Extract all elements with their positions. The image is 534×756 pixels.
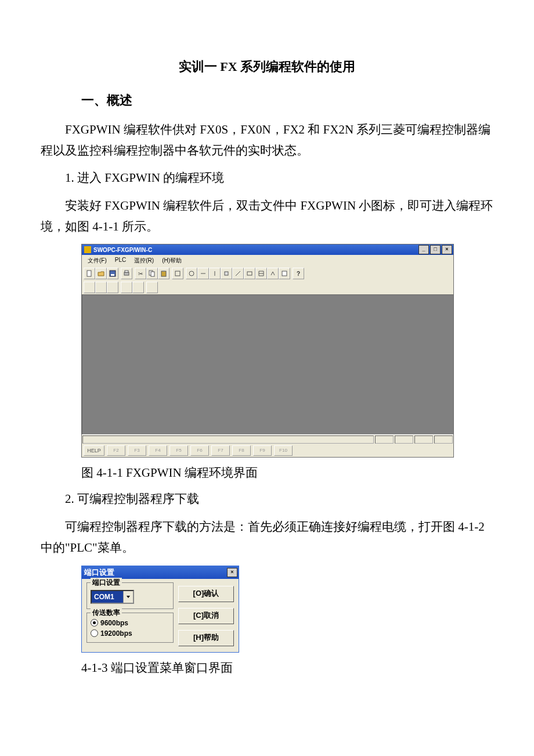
- baud-19200-row[interactable]: 19200bps: [91, 629, 169, 638]
- dialog-close-button[interactable]: ×: [227, 568, 237, 577]
- figure-4-1-3-caption: 4-1-3 端口设置菜单窗口界面: [81, 660, 493, 676]
- tool-h-icon[interactable]: [255, 268, 267, 279]
- figure-4-1-3-port-dialog: 端口设置 × 端口设置 COM1 传送数率: [81, 566, 239, 653]
- status-bar: [82, 434, 453, 444]
- svg-rect-3: [124, 272, 129, 275]
- help-key[interactable]: HELP: [84, 445, 104, 456]
- svg-rect-6: [151, 272, 154, 276]
- cut-icon[interactable]: ✂: [135, 268, 146, 279]
- svg-rect-0: [87, 271, 91, 276]
- baud-9600-label: 9600bps: [100, 619, 128, 627]
- baud-group: 传送数率 9600bps 19200bps: [86, 613, 174, 643]
- tool-e-icon[interactable]: [221, 268, 232, 279]
- paragraph-step1-title: 1. 进入 FXGPWIN 的编程环境: [41, 168, 493, 189]
- figure-4-1-1-caption: 图 4-1-1 FXGPWIN 编程环境界面: [81, 465, 493, 481]
- paste-icon[interactable]: [158, 268, 169, 279]
- baud-group-legend: 传送数率: [91, 608, 122, 618]
- ok-button[interactable]: [O]确认: [178, 586, 234, 602]
- help-icon[interactable]: ?: [293, 268, 304, 279]
- app-title-text: SWOPC-FXGP/WIN-C: [93, 247, 152, 253]
- close-button[interactable]: ×: [442, 245, 452, 254]
- tool-j-icon[interactable]: [279, 268, 290, 279]
- tool-g-icon[interactable]: [244, 268, 255, 279]
- f5-key[interactable]: F5: [169, 445, 188, 456]
- menu-plc[interactable]: PLC: [111, 256, 129, 265]
- maximize-button[interactable]: □: [430, 245, 441, 254]
- ladder-tool-2-icon[interactable]: [95, 282, 107, 293]
- ladder-tool-1-icon[interactable]: [84, 282, 95, 293]
- com-port-value: COM1: [92, 591, 123, 603]
- svg-rect-13: [282, 271, 287, 276]
- section-heading-1: 一、概述: [81, 92, 493, 109]
- open-icon[interactable]: [95, 268, 107, 279]
- f6-key[interactable]: F6: [190, 445, 209, 456]
- cancel-button[interactable]: [C]取消: [178, 608, 234, 624]
- ladder-tool-5-icon[interactable]: [132, 282, 144, 293]
- dialog-title-text: 端口设置: [84, 567, 114, 578]
- mdi-workarea: [82, 294, 453, 434]
- f8-key[interactable]: F8: [232, 445, 251, 456]
- new-icon[interactable]: [84, 268, 95, 279]
- paragraph-step2-body: 可编程控制器程序下载的方法是：首先必须正确连接好编程电缆，打开图 4-1-2 中…: [41, 517, 493, 558]
- doc-title: 实训一 FX 系列编程软件的使用: [41, 58, 493, 75]
- svg-rect-2: [111, 274, 114, 276]
- svg-rect-8: [163, 271, 165, 272]
- menu-file[interactable]: 文件(F): [84, 256, 110, 265]
- radio-icon: [91, 619, 98, 627]
- paragraph-overview: FXGPWIN 编程软件供对 FX0S，FX0N，FX2 和 FX2N 系列三菱…: [41, 120, 493, 161]
- f10-key[interactable]: F10: [274, 445, 293, 456]
- status-cell-4: [434, 435, 453, 444]
- f2-key[interactable]: F2: [107, 445, 125, 456]
- figure-4-1-1-app-window: SWOPC-FXGP/WIN-C _ □ × 文件(F) PLC 遥控(R) (…: [81, 244, 454, 458]
- svg-rect-11: [225, 272, 228, 275]
- menu-help[interactable]: (H)帮助: [158, 256, 185, 265]
- baud-9600-row[interactable]: 9600bps: [91, 619, 169, 627]
- f7-key[interactable]: F7: [211, 445, 230, 456]
- svg-point-10: [189, 271, 194, 276]
- f3-key[interactable]: F3: [128, 445, 146, 456]
- tool-f-icon[interactable]: [232, 268, 244, 279]
- svg-rect-7: [161, 271, 166, 276]
- status-cell-1: [375, 435, 394, 444]
- port-group-legend: 端口设置: [91, 578, 122, 588]
- svg-rect-9: [175, 271, 180, 276]
- svg-rect-4: [125, 271, 128, 272]
- tool-b-icon[interactable]: [186, 268, 197, 279]
- paragraph-step1-body: 安装好 FXGPWIN 编程软件后，双击文件中 FXGPWIN 小图标，即可进入…: [41, 196, 493, 237]
- menu-bar: 文件(F) PLC 遥控(R) (H)帮助: [82, 255, 453, 267]
- tool-c-icon[interactable]: [197, 268, 209, 279]
- com-port-combo[interactable]: COM1: [91, 590, 134, 604]
- paragraph-step2-title: 2. 可编程控制器程序下载: [41, 489, 493, 510]
- f4-key[interactable]: F4: [149, 445, 167, 456]
- status-cell-2: [395, 435, 413, 444]
- save-icon[interactable]: [107, 268, 118, 279]
- radio-icon: [91, 629, 98, 637]
- tool-a-icon[interactable]: [172, 268, 183, 279]
- f9-key[interactable]: F9: [253, 445, 272, 456]
- minimize-button[interactable]: _: [418, 245, 429, 254]
- ladder-tool-3-icon[interactable]: [107, 282, 118, 293]
- menu-remote[interactable]: 遥控(R): [131, 256, 157, 265]
- status-cell-main: [82, 435, 374, 444]
- svg-rect-12: [247, 272, 252, 275]
- help-button[interactable]: [H]帮助: [178, 630, 234, 646]
- ladder-tool-6-icon[interactable]: [146, 282, 158, 293]
- chevron-down-icon[interactable]: [123, 591, 133, 603]
- tool-i-icon[interactable]: [267, 268, 279, 279]
- baud-19200-label: 19200bps: [100, 629, 132, 638]
- print-icon[interactable]: [121, 268, 132, 279]
- dialog-titlebar: 端口设置 ×: [82, 566, 239, 579]
- ladder-toolbar: [82, 280, 453, 294]
- tool-d-icon[interactable]: [209, 268, 221, 279]
- main-toolbar: ✂ ?: [82, 267, 453, 280]
- app-icon: [84, 246, 91, 253]
- app-titlebar: SWOPC-FXGP/WIN-C _ □ ×: [82, 244, 453, 255]
- function-key-bar: HELP F2 F3 F4 F5 F6 F7 F8 F9 F10: [82, 444, 453, 457]
- copy-icon[interactable]: [146, 268, 158, 279]
- port-group: 端口设置 COM1: [86, 582, 174, 609]
- ladder-tool-4-icon[interactable]: [121, 282, 132, 293]
- status-cell-3: [414, 435, 433, 444]
